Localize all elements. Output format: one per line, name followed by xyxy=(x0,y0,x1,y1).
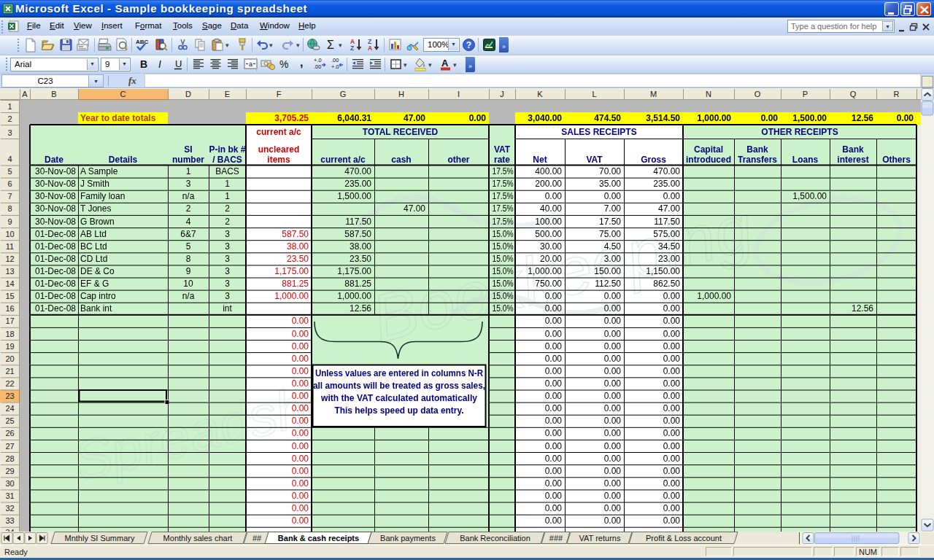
svg-text:3: 3 xyxy=(7,128,12,137)
svg-text:0.00: 0.00 xyxy=(663,191,681,201)
svg-text:T Jones: T Jones xyxy=(80,203,111,214)
svg-text:0.00: 0.00 xyxy=(292,478,309,489)
svg-text:0.00: 0.00 xyxy=(663,516,681,526)
svg-text:7: 7 xyxy=(7,192,12,201)
svg-text:1,000.00: 1,000.00 xyxy=(697,113,731,123)
svg-text:0.00: 0.00 xyxy=(292,403,309,413)
svg-text:0.00: 0.00 xyxy=(545,391,563,401)
svg-text:VAT returns: VAT returns xyxy=(579,534,621,542)
svg-text:30-Nov-08: 30-Nov-08 xyxy=(35,166,76,176)
svg-text:7.00: 7.00 xyxy=(604,203,622,214)
svg-text:3: 3 xyxy=(225,266,230,276)
svg-text:0.00: 0.00 xyxy=(545,441,563,451)
svg-text:01-Dec-08: 01-Dec-08 xyxy=(35,254,76,264)
svg-text:16: 16 xyxy=(5,304,14,313)
svg-text:30-Nov-08: 30-Nov-08 xyxy=(35,203,76,214)
svg-text:8: 8 xyxy=(7,204,12,213)
svg-text:25: 25 xyxy=(5,416,14,425)
svg-text:with the VAT calculated automa: with the VAT calculated automatically xyxy=(320,393,477,403)
svg-text:1,000.00: 1,000.00 xyxy=(274,291,309,301)
svg-text:235.00: 235.00 xyxy=(344,179,371,189)
svg-text:01-Dec-08: 01-Dec-08 xyxy=(35,266,76,276)
svg-text:117.50: 117.50 xyxy=(654,217,680,227)
svg-text:N: N xyxy=(706,90,711,98)
svg-text:23.50: 23.50 xyxy=(287,254,309,264)
svg-text:0.00: 0.00 xyxy=(663,303,681,314)
svg-text:0.00: 0.00 xyxy=(663,291,681,301)
svg-text:3: 3 xyxy=(186,179,191,189)
svg-text:10: 10 xyxy=(183,279,193,289)
svg-text:40.00: 40.00 xyxy=(540,203,562,214)
svg-text:3,705.25: 3,705.25 xyxy=(274,113,309,123)
svg-text:uncleared: uncleared xyxy=(258,144,300,155)
svg-text:0.00: 0.00 xyxy=(604,378,622,389)
svg-text:1,175.00: 1,175.00 xyxy=(274,266,309,276)
svg-text:19: 19 xyxy=(5,342,14,351)
svg-text:200.00: 200.00 xyxy=(535,179,562,189)
svg-text:C: C xyxy=(120,90,126,98)
svg-text:G: G xyxy=(340,90,347,98)
svg-text:31: 31 xyxy=(5,491,14,500)
svg-text:23: 23 xyxy=(5,392,14,400)
svg-text:0.00: 0.00 xyxy=(604,303,622,314)
svg-text:SALES RECEIPTS: SALES RECEIPTS xyxy=(561,127,636,137)
svg-text:0.00: 0.00 xyxy=(663,354,681,364)
svg-text:0.00: 0.00 xyxy=(604,403,622,413)
svg-text:VAT: VAT xyxy=(586,155,603,165)
svg-text:1: 1 xyxy=(186,166,191,176)
svg-text:0.00: 0.00 xyxy=(663,341,681,351)
svg-text:3: 3 xyxy=(225,241,230,252)
svg-text:0.00: 0.00 xyxy=(604,441,622,451)
svg-text:0.00: 0.00 xyxy=(545,329,563,339)
svg-text:22: 22 xyxy=(5,379,14,388)
svg-text:9: 9 xyxy=(7,217,12,226)
svg-text:BC Ltd: BC Ltd xyxy=(80,241,107,252)
svg-text:1,000.00: 1,000.00 xyxy=(697,291,731,301)
svg-text:0.00: 0.00 xyxy=(545,303,563,314)
svg-text:0.00: 0.00 xyxy=(663,454,681,464)
svg-text:26: 26 xyxy=(5,429,14,438)
svg-text:0.00: 0.00 xyxy=(897,113,914,123)
svg-text:470.00: 470.00 xyxy=(344,166,371,176)
svg-text:0.00: 0.00 xyxy=(663,316,681,326)
svg-text:Cap intro: Cap intro xyxy=(80,291,116,301)
svg-text:int: int xyxy=(223,303,232,314)
svg-text:27: 27 xyxy=(5,442,14,451)
svg-text:0.00: 0.00 xyxy=(292,341,309,351)
svg-text:Family loan: Family loan xyxy=(80,191,125,201)
svg-text:0.00: 0.00 xyxy=(292,441,309,451)
svg-text:0.00: 0.00 xyxy=(292,491,309,501)
svg-text:SI: SI xyxy=(184,144,192,155)
svg-text:01-Dec-08: 01-Dec-08 xyxy=(35,291,76,301)
svg-text:introduced: introduced xyxy=(686,155,731,165)
svg-text:0.00: 0.00 xyxy=(663,403,681,413)
svg-text:1,000.00: 1,000.00 xyxy=(528,266,562,276)
svg-text:Profit & Loss account: Profit & Loss account xyxy=(646,534,722,542)
svg-text:E: E xyxy=(225,90,230,98)
svg-text:17.50: 17.50 xyxy=(599,217,621,227)
svg-text:6&7: 6&7 xyxy=(180,229,196,239)
svg-text:1,500.00: 1,500.00 xyxy=(337,191,371,201)
svg-text:14: 14 xyxy=(5,279,14,288)
svg-text:VAT: VAT xyxy=(494,144,511,155)
svg-text:587.50: 587.50 xyxy=(344,229,371,239)
svg-text:A Sample: A Sample xyxy=(80,166,118,176)
svg-text:Bank & cash receipts: Bank & cash receipts xyxy=(278,534,359,542)
svg-text:2: 2 xyxy=(225,217,230,227)
svg-text:11: 11 xyxy=(6,242,14,251)
svg-text:number: number xyxy=(172,155,204,165)
svg-text:0.00: 0.00 xyxy=(604,366,622,376)
svg-text:862.50: 862.50 xyxy=(653,279,680,289)
svg-text:17: 17 xyxy=(5,316,14,325)
svg-text:0.00: 0.00 xyxy=(545,354,563,364)
svg-text:AB Ltd: AB Ltd xyxy=(80,229,107,239)
svg-text:current a/c: current a/c xyxy=(256,127,301,137)
svg-text:20.00: 20.00 xyxy=(540,254,562,264)
svg-text:0.00: 0.00 xyxy=(604,516,622,526)
svg-text:12.56: 12.56 xyxy=(350,303,371,314)
svg-text:23.50: 23.50 xyxy=(350,254,371,264)
svg-text:30: 30 xyxy=(5,479,14,488)
svg-text:750.00: 750.00 xyxy=(535,279,562,289)
svg-text:EF & G: EF & G xyxy=(80,279,109,289)
svg-text:0.00: 0.00 xyxy=(292,316,309,326)
